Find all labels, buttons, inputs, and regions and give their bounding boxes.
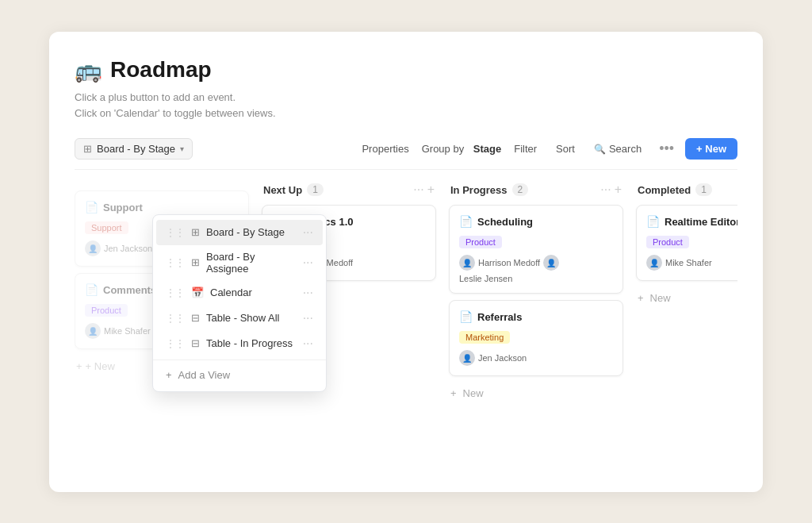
- column-count-completed: 1: [695, 183, 712, 196]
- column-header-in-progress: In Progress 2 ··· +: [449, 183, 623, 197]
- add-new-completed[interactable]: +New: [636, 287, 737, 309]
- column-add-in-progress[interactable]: +: [615, 183, 622, 197]
- dropdown-item-calendar[interactable]: ⋮⋮ 📅 Calendar ···: [156, 280, 323, 306]
- tag-product-comments: Product: [85, 304, 128, 317]
- card-doc-icon: 📄: [85, 201, 98, 213]
- board-icon-2: ⊞: [191, 256, 200, 268]
- group-by-label: Group by Stage: [422, 143, 502, 155]
- board-icon-1: ⊞: [191, 226, 200, 238]
- dropdown-label-table-progress: Table - In Progress: [206, 337, 293, 349]
- app-container: 🚌 Roadmap Click a plus button to add an …: [49, 32, 763, 492]
- card-doc-icon-2: 📄: [85, 283, 98, 296]
- chevron-down-icon: ▾: [180, 144, 184, 153]
- page-subtitle: Click a plus button to add an event. Cli…: [75, 90, 737, 123]
- more-options-button[interactable]: •••: [654, 139, 679, 159]
- table-icon-2: ⊟: [191, 337, 200, 349]
- column-title-completed: Completed: [638, 184, 691, 196]
- assignee-harrison-2: Harrison Medoff: [478, 258, 540, 267]
- add-view-button[interactable]: + Add a View: [156, 363, 323, 386]
- avatar-mike-2: 👤: [646, 255, 662, 271]
- column-actions-next-up: ··· +: [413, 183, 435, 197]
- view-grid-icon: ⊞: [83, 143, 92, 155]
- filter-button[interactable]: Filter: [508, 139, 543, 159]
- column-header-next-up: Next Up 1 ··· +: [262, 183, 436, 197]
- card-title-realtime: 📄 Realtime Editor: [646, 215, 737, 228]
- tag-product-realtime: Product: [646, 236, 689, 248]
- column-count-in-progress: 2: [512, 183, 529, 196]
- column-count-next-up: 1: [307, 183, 324, 196]
- card-referrals: 📄 Referrals Marketing 👤 Jen Jackson: [449, 300, 623, 376]
- card-doc-icon-referrals: 📄: [459, 310, 473, 323]
- dropdown-item-board-by-assignee[interactable]: ⋮⋮ ⊞ Board - By Assignee ···: [156, 245, 323, 280]
- page-title: 🚌 Roadmap: [75, 57, 737, 83]
- avatar-harrison-2: 👤: [459, 255, 475, 271]
- column-title-in-progress: In Progress: [450, 184, 508, 196]
- add-view-plus-icon: +: [166, 369, 172, 381]
- add-new-in-progress[interactable]: +New: [449, 383, 623, 404]
- avatar-jen: 👤: [85, 240, 101, 256]
- page-title-text: Roadmap: [110, 57, 212, 83]
- card-scheduling: 📄 Scheduling Product 👤 Harrison Medoff 👤…: [449, 205, 623, 294]
- dropdown-item-table-show-all[interactable]: ⋮⋮ ⊟ Table - Show All ···: [156, 306, 323, 331]
- calendar-icon: 📅: [191, 286, 204, 298]
- drag-handle-5: ⋮⋮: [166, 338, 185, 349]
- column-actions-in-progress: ··· +: [600, 183, 622, 197]
- board-column-completed: Completed 1 ··· + 📄 Realtime Editor Prod…: [636, 183, 737, 404]
- view-selector[interactable]: ⊞ Board - By Stage ▾: [75, 138, 193, 160]
- column-header-completed: Completed 1 ··· +: [636, 183, 737, 197]
- dropdown-divider: [153, 360, 326, 360]
- search-button[interactable]: 🔍 Search: [588, 139, 648, 159]
- assignee-mike: Mike Shafer: [104, 326, 151, 336]
- dropdown-item-board-by-stage[interactable]: ⋮⋮ ⊞ Board - By Stage ···: [156, 220, 323, 245]
- dropdown-dots-5[interactable]: ···: [303, 336, 313, 351]
- new-button[interactable]: + New: [685, 138, 737, 160]
- dropdown-item-table-in-progress[interactable]: ⋮⋮ ⊟ Table - In Progress ···: [156, 331, 323, 356]
- card-realtime-editor: 📄 Realtime Editor Product 👤 Mike Shafer: [636, 205, 737, 281]
- assignees-scheduling: 👤 Harrison Medoff 👤 Leslie Jensen: [459, 255, 613, 283]
- dropdown-label-calendar: Calendar: [210, 286, 252, 298]
- avatar-jen-2: 👤: [459, 350, 475, 366]
- page-header: 🚌 Roadmap Click a plus button to add an …: [75, 57, 737, 123]
- view-dropdown: ⋮⋮ ⊞ Board - By Stage ··· ⋮⋮ ⊞ Board - B…: [152, 214, 327, 392]
- drag-handle-1: ⋮⋮: [166, 227, 185, 238]
- avatar-leslie-2: 👤: [543, 255, 559, 271]
- card-doc-icon-realtime: 📄: [646, 215, 660, 228]
- tag-product-scheduling: Product: [459, 236, 502, 248]
- dropdown-dots-4[interactable]: ···: [303, 311, 313, 325]
- tag-marketing: Marketing: [459, 331, 510, 344]
- tag-support: Support: [85, 221, 128, 234]
- drag-handle-4: ⋮⋮: [166, 313, 185, 324]
- card-doc-icon-scheduling: 📄: [459, 215, 473, 228]
- toolbar: ⊞ Board - By Stage ▾ Properties Group by…: [75, 138, 737, 170]
- assignee-jen: Jen Jackson: [104, 244, 152, 253]
- column-dots-in-progress[interactable]: ···: [600, 183, 611, 197]
- drag-handle-3: ⋮⋮: [166, 287, 185, 298]
- column-title-next-up: Next Up: [263, 184, 302, 196]
- table-icon-1: ⊟: [191, 312, 200, 324]
- card-title-referrals: 📄 Referrals: [459, 310, 613, 323]
- sort-button[interactable]: Sort: [550, 139, 581, 159]
- board-column-in-progress: In Progress 2 ··· + 📄 Scheduling Product…: [449, 183, 623, 404]
- dropdown-dots-3[interactable]: ···: [303, 286, 313, 300]
- card-title-scheduling: 📄 Scheduling: [459, 215, 613, 228]
- page-emoji: 🚌: [75, 57, 102, 83]
- view-selector-label: Board - By Stage: [97, 143, 175, 155]
- search-icon: 🔍: [594, 144, 606, 155]
- card-title-support: 📄 Support: [85, 201, 239, 213]
- dropdown-label-table-all: Table - Show All: [206, 312, 280, 324]
- assignee-mike-2: Mike Shafer: [665, 258, 712, 267]
- dropdown-dots-1[interactable]: ···: [303, 225, 313, 240]
- assignee-leslie-2: Leslie Jensen: [459, 274, 512, 283]
- dropdown-label-board-assignee: Board - By Assignee: [206, 251, 297, 275]
- assignees-referrals: 👤 Jen Jackson: [459, 350, 613, 366]
- column-add-next-up[interactable]: +: [427, 183, 435, 197]
- column-dots-next-up[interactable]: ···: [413, 183, 423, 197]
- assignee-jen-2: Jen Jackson: [478, 353, 527, 363]
- drag-handle-2: ⋮⋮: [166, 257, 185, 268]
- dropdown-dots-2[interactable]: ···: [303, 256, 313, 270]
- avatar-mike: 👤: [85, 323, 101, 339]
- dropdown-label-board-stage: Board - By Stage: [206, 226, 285, 238]
- properties-button[interactable]: Properties: [355, 139, 415, 159]
- add-view-label: Add a View: [178, 369, 231, 381]
- assignees-realtime: 👤 Mike Shafer: [646, 255, 737, 271]
